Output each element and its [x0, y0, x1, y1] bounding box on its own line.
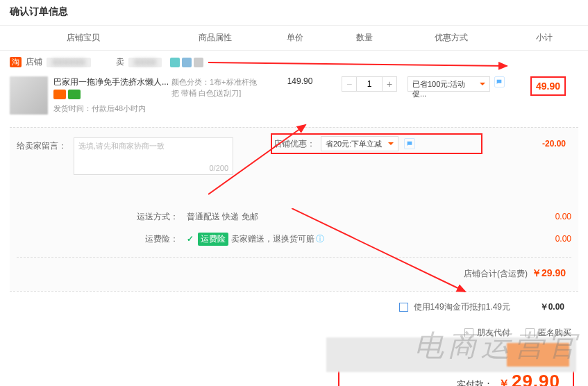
grand-total-label: 实付款：	[457, 379, 493, 386]
anonymous-checkbox[interactable]	[526, 328, 535, 337]
currency-symbol: ￥	[498, 378, 510, 386]
message-label: 给卖家留言：	[17, 137, 67, 152]
shipping-method: 普通配送 快递 免邮	[187, 211, 326, 223]
submit-order-button[interactable]	[507, 343, 569, 367]
col-header-attr: 商品属性	[167, 26, 264, 50]
message-placeholder: 选填,请先和商家协商一致	[78, 142, 165, 150]
seller-badges	[170, 58, 203, 67]
column-headers: 店铺宝贝 商品属性 单价 数量 优惠方式 小计	[0, 25, 588, 51]
insurance-label: 运费险：	[137, 233, 178, 245]
seller-name-redacted: XXXX	[128, 58, 162, 67]
item-promo-select[interactable]: 已省100元:活动促...	[408, 76, 490, 92]
product-attributes: 颜色分类：1布+标准杆拖把 带桶 白色[送刮刀]	[171, 76, 269, 115]
friend-pay-checkbox[interactable]	[464, 328, 473, 337]
product-tag-icon	[53, 90, 66, 99]
address-bar-redacted	[326, 337, 576, 372]
shop-row: 淘 店铺 XXXXXX 卖 XXXX	[0, 51, 588, 74]
qty-decrease-button[interactable]: −	[342, 76, 357, 92]
product-tag-icon	[68, 90, 81, 99]
coin-checkbox[interactable]	[399, 303, 408, 312]
help-icon[interactable]: ⓘ	[316, 233, 324, 245]
check-icon: ✓	[187, 234, 194, 244]
shipping-value: 0.00	[509, 212, 571, 221]
order-item-row: 巴家用一拖净免手洗挤水懒人... 发货时间：付款后48小时内 颜色分类：1布+标…	[0, 74, 588, 117]
col-header-price: 单价	[264, 26, 326, 50]
chat-icon[interactable]	[494, 76, 505, 87]
order-detail-block: 给卖家留言： 选填,请先和商家协商一致 0/200 店铺优惠： 省20元:下单立…	[10, 127, 578, 291]
tao-badge-icon: 淘	[10, 57, 22, 67]
shop-total-label: 店铺合计(含运费)	[464, 268, 528, 280]
store-promo-value: -20.00	[542, 139, 566, 149]
col-header-qty: 数量	[326, 26, 403, 50]
store-promo-label: 店铺优惠：	[274, 138, 315, 150]
shipping-label: 运送方式：	[137, 211, 178, 223]
seller-label: 卖	[116, 56, 124, 68]
seller-badge-icon	[194, 58, 203, 67]
col-header-subtotal: 小计	[500, 26, 588, 50]
insurance-text: 卖家赠送，退换货可赔	[231, 233, 314, 245]
item-subtotal: 49.90	[505, 76, 578, 115]
message-textarea[interactable]: 选填,请先和商家协商一致 0/200	[74, 137, 233, 175]
chat-icon[interactable]	[404, 138, 415, 149]
insurance-info: ✓ 运费险 卖家赠送，退换货可赔 ⓘ	[187, 233, 326, 246]
coin-deduct-row: 使用149淘金币抵扣1.49元 ￥0.00	[10, 291, 578, 320]
unit-price: 149.90	[269, 76, 331, 115]
shop-label: 店铺	[26, 56, 42, 68]
shop-name-redacted: XXXXXX	[47, 58, 91, 67]
product-title[interactable]: 巴家用一拖净免手洗挤水懒人...	[53, 76, 171, 87]
quantity-stepper[interactable]: − +	[331, 76, 408, 115]
col-header-promo: 优惠方式	[403, 26, 500, 50]
ship-time: 发货时间：付款后48小时内	[53, 103, 171, 114]
seller-badge-icon	[182, 58, 192, 67]
shop-total-value: ￥29.90	[532, 267, 566, 280]
qty-input[interactable]	[357, 76, 382, 92]
col-header-item: 店铺宝贝	[0, 26, 167, 50]
insurance-badge: 运费险	[198, 233, 228, 246]
grand-total-value: 29.90	[512, 371, 560, 386]
page-title: 确认订单信息	[0, 0, 588, 25]
message-counter: 0/200	[209, 164, 228, 172]
seller-badge-icon	[170, 58, 180, 67]
highlight-box: 49.90	[530, 76, 566, 96]
coin-value: ￥0.00	[516, 301, 564, 313]
store-promo-select[interactable]: 省20元:下单立减	[321, 136, 398, 151]
qty-increase-button[interactable]: +	[382, 76, 397, 92]
coin-text: 使用149淘金币抵扣1.49元	[414, 301, 510, 313]
product-thumbnail[interactable]	[10, 76, 48, 115]
insurance-value: 0.00	[509, 234, 571, 244]
